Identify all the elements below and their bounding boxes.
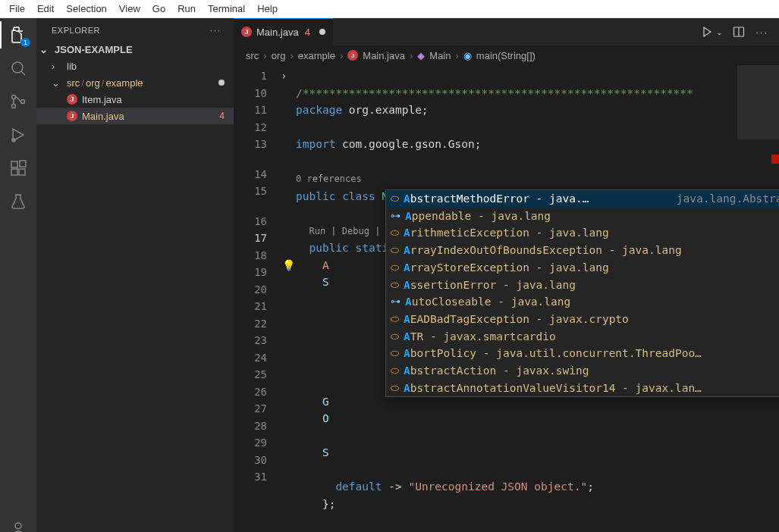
path-org: org bbox=[86, 77, 100, 89]
interface-icon: ⊶ bbox=[391, 208, 400, 225]
class-icon: ⬭ bbox=[391, 242, 399, 259]
svg-point-2 bbox=[12, 105, 16, 108]
svg-rect-6 bbox=[11, 169, 17, 175]
file-item-java[interactable]: J Item.java bbox=[36, 91, 234, 108]
tab-error-count: 4 bbox=[305, 27, 310, 38]
activity-extensions-icon[interactable] bbox=[8, 158, 29, 179]
crumb-class[interactable]: Main bbox=[429, 50, 451, 61]
crumb-method[interactable]: main(String[]) bbox=[476, 50, 536, 61]
menu-terminal[interactable]: Terminal bbox=[202, 0, 251, 17]
class-icon: ⬭ bbox=[391, 190, 399, 208]
line-number-gutter: 1 10 11 12 13 14 15 16 17 18 19 20 21 22… bbox=[234, 65, 281, 532]
java-file-icon: J bbox=[67, 111, 77, 121]
lightbulb-icon[interactable]: 💡 bbox=[282, 257, 295, 274]
tab-dirty-indicator-icon bbox=[319, 29, 325, 35]
suggest-item[interactable]: ⬭AEADBadTagException - javax.crypto bbox=[386, 311, 779, 328]
split-editor-icon[interactable] bbox=[733, 26, 745, 38]
suggest-label: AbstractMethodError - java.… bbox=[404, 190, 589, 208]
menu-edit[interactable]: Edit bbox=[31, 0, 60, 17]
suggest-label: Appendable - java.lang bbox=[405, 208, 551, 225]
path-src: src bbox=[67, 77, 80, 89]
modified-indicator-icon bbox=[218, 80, 225, 86]
suggest-label: ArithmeticException - java.lang bbox=[404, 224, 609, 242]
tab-bar: J Main.java 4 ⌄ ··· bbox=[234, 18, 779, 45]
codelens-references[interactable]: 0 references bbox=[296, 174, 362, 184]
menu-view[interactable]: View bbox=[113, 0, 146, 17]
root-folder[interactable]: ⌄ JSON-EXAMPLE bbox=[36, 41, 234, 58]
activity-scm-icon[interactable] bbox=[8, 91, 29, 112]
class-icon: ⬭ bbox=[391, 259, 399, 277]
breadcrumbs[interactable]: src› org› example› J Main.java› ◆ Main› … bbox=[234, 45, 779, 65]
class-icon: ⬭ bbox=[391, 277, 399, 294]
chevron-down-icon: ⌄ bbox=[39, 44, 50, 55]
suggest-item[interactable]: ⬭ArrayIndexOutOfBoundsException - java.l… bbox=[386, 242, 779, 259]
java-file-icon: J bbox=[347, 50, 358, 61]
suggest-label: AutoCloseable - java.lang bbox=[405, 293, 570, 311]
suggest-item[interactable]: ⬭AbstractMethodError - java.…java.lang.A… bbox=[386, 190, 779, 208]
menu-run[interactable]: Run bbox=[171, 0, 202, 17]
suggest-item[interactable]: ⬭ATR - javax.smartcardio bbox=[386, 328, 779, 346]
sidebar-more-icon[interactable]: ··· bbox=[210, 26, 221, 35]
suggest-detail: java.lang.Abstrac… bbox=[677, 190, 779, 208]
suggest-item[interactable]: ⊶Appendable - java.lang bbox=[386, 208, 779, 225]
suggest-item[interactable]: ⬭ArithmeticException - java.lang bbox=[386, 224, 779, 242]
code-editor[interactable]: 1 10 11 12 13 14 15 16 17 18 19 20 21 22… bbox=[234, 65, 779, 532]
code-text: com.google.gson.Gson; bbox=[335, 138, 481, 150]
root-folder-label: JSON-EXAMPLE bbox=[55, 44, 133, 55]
editor-area: J Main.java 4 ⌄ ··· src› org› example› J… bbox=[234, 18, 779, 532]
code-keyword: package bbox=[296, 104, 342, 116]
suggest-item[interactable]: ⬭AssertionError - java.lang bbox=[386, 276, 779, 293]
sidebar-title: EXPLORER bbox=[52, 26, 100, 35]
suggest-item[interactable]: ⬭ArrayStoreException - java.lang bbox=[386, 259, 779, 277]
folder-lib[interactable]: › lib bbox=[36, 58, 234, 74]
crumb-org[interactable]: org bbox=[272, 50, 286, 61]
menubar: File Edit Selection View Go Run Terminal… bbox=[0, 0, 779, 18]
crumb-example[interactable]: example bbox=[298, 50, 335, 61]
class-icon: ⬭ bbox=[391, 380, 399, 397]
activity-explorer-icon[interactable]: 1 bbox=[8, 24, 29, 45]
editor-more-icon[interactable]: ··· bbox=[755, 27, 768, 38]
suggest-widget[interactable]: ⬭AbstractMethodError - java.…java.lang.A… bbox=[385, 189, 779, 397]
suggest-item[interactable]: ⬭AbstractAnnotationValueVisitor14 - java… bbox=[386, 380, 779, 397]
code-keyword: import bbox=[296, 138, 335, 150]
run-button-icon[interactable] bbox=[701, 26, 713, 38]
menu-file[interactable]: File bbox=[3, 0, 31, 17]
file-main-java-label: Main.java bbox=[82, 111, 124, 122]
menu-go[interactable]: Go bbox=[146, 0, 171, 17]
menu-selection[interactable]: Selection bbox=[60, 0, 112, 17]
activity-account-icon[interactable] bbox=[8, 518, 29, 532]
folder-lib-label: lib bbox=[67, 61, 77, 72]
class-icon: ⬭ bbox=[391, 224, 399, 242]
activity-debug-icon[interactable] bbox=[8, 124, 29, 146]
suggest-label: AssertionError - java.lang bbox=[404, 277, 576, 294]
activity-testing-icon[interactable] bbox=[8, 191, 29, 212]
suggest-label: AbstractAction - javax.swing bbox=[404, 362, 589, 380]
suggest-item[interactable]: ⬭AbstractAction - javax.swing bbox=[386, 362, 779, 380]
method-symbol-icon: ◉ bbox=[463, 50, 472, 61]
code-content[interactable]: /***************************************… bbox=[296, 65, 779, 532]
menu-help[interactable]: Help bbox=[251, 0, 284, 17]
svg-point-0 bbox=[12, 62, 23, 73]
suggest-label: AbortPolicy - java.util.concurrent.Threa… bbox=[404, 345, 702, 362]
typed-char: A bbox=[322, 259, 329, 271]
suggest-item[interactable]: ⬭AbortPolicy - java.util.concurrent.Thre… bbox=[386, 345, 779, 362]
svg-rect-7 bbox=[19, 169, 25, 175]
class-icon: ⬭ bbox=[391, 345, 399, 362]
fold-gutter[interactable]: › bbox=[281, 65, 296, 532]
class-icon: ⬭ bbox=[391, 328, 399, 346]
suggest-item[interactable]: ⊶AutoCloseable - java.lang bbox=[386, 293, 779, 311]
folder-src-path[interactable]: ⌄ src/org/example bbox=[36, 74, 234, 91]
crumb-src[interactable]: src bbox=[246, 50, 259, 61]
file-item-java-label: Item.java bbox=[82, 94, 122, 105]
java-file-icon: J bbox=[241, 27, 252, 37]
run-dropdown-icon[interactable]: ⌄ bbox=[716, 28, 722, 36]
suggest-label: AbstractAnnotationValueVisitor14 - javax… bbox=[404, 380, 702, 397]
activity-search-icon[interactable] bbox=[8, 58, 29, 79]
class-symbol-icon: ◆ bbox=[417, 50, 425, 61]
tab-main-java[interactable]: J Main.java 4 bbox=[234, 18, 334, 45]
activity-bar: 1 1 bbox=[0, 18, 36, 532]
svg-point-1 bbox=[12, 95, 16, 99]
svg-point-9 bbox=[15, 523, 21, 529]
file-main-java[interactable]: J Main.java 4 bbox=[36, 108, 234, 124]
crumb-file[interactable]: Main.java bbox=[363, 50, 405, 61]
